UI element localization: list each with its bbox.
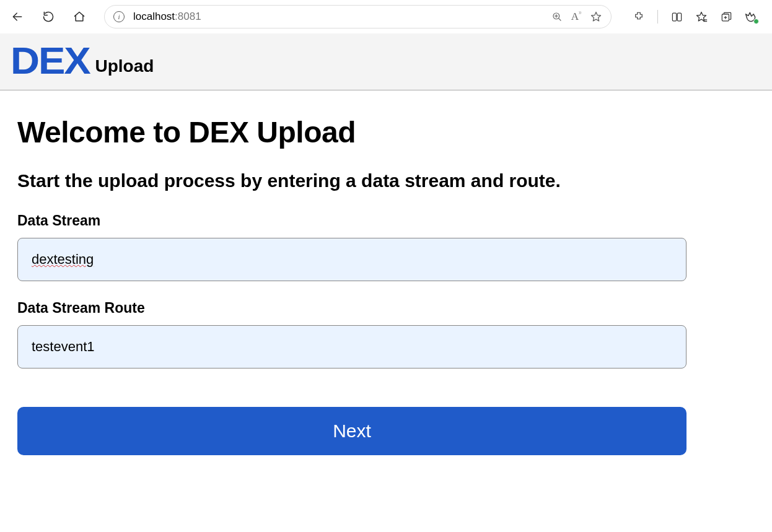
performance-icon[interactable] <box>745 11 757 23</box>
home-icon[interactable] <box>73 11 86 23</box>
data-stream-input[interactable] <box>17 238 686 281</box>
svg-rect-7 <box>677 13 681 21</box>
split-screen-icon[interactable] <box>670 11 683 23</box>
svg-marker-5 <box>592 12 601 21</box>
svg-line-2 <box>558 19 560 20</box>
svg-rect-6 <box>672 13 676 21</box>
logo: DEX <box>11 45 90 77</box>
collections-icon[interactable] <box>720 11 732 23</box>
browser-right-icons <box>633 10 761 24</box>
field-data-stream-route: Data Stream Route <box>17 300 755 387</box>
page-title: Welcome to DEX Upload <box>17 115 755 149</box>
data-stream-route-label: Data Stream Route <box>17 300 755 316</box>
read-aloud-icon[interactable]: A⁾⁾ <box>571 11 581 23</box>
browser-toolbar: i localhost:8081 A⁾⁾ <box>0 0 772 33</box>
star-icon[interactable] <box>590 11 602 23</box>
data-stream-label: Data Stream <box>17 212 755 229</box>
page-subtitle: Start the upload process by entering a d… <box>17 170 755 191</box>
browser-nav-icons <box>11 11 86 23</box>
url-host: localhost <box>133 11 175 22</box>
url-port: :8081 <box>175 11 201 22</box>
address-bar[interactable]: i localhost:8081 A⁾⁾ <box>104 5 612 28</box>
logo-subtitle: Upload <box>95 56 154 77</box>
main-content: Welcome to DEX Upload Start the upload p… <box>0 90 772 480</box>
zoom-icon[interactable] <box>551 11 563 22</box>
next-button[interactable]: Next <box>17 407 686 455</box>
url-text: localhost:8081 <box>133 11 201 23</box>
field-data-stream: Data Stream dextesting <box>17 212 755 300</box>
refresh-icon[interactable] <box>42 11 55 23</box>
app-header: DEX Upload <box>0 33 772 90</box>
site-info-icon[interactable]: i <box>113 11 125 22</box>
back-icon[interactable] <box>11 11 24 23</box>
separator <box>657 10 658 24</box>
data-stream-route-input[interactable] <box>17 325 686 368</box>
extensions-icon[interactable] <box>633 11 645 23</box>
favorites-icon[interactable] <box>695 11 708 23</box>
